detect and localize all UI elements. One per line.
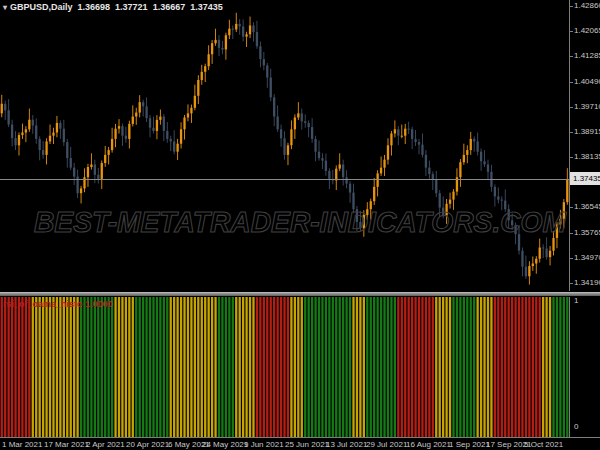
indicator-bar [380, 297, 382, 437]
candle-body [228, 29, 230, 36]
candle-body [235, 24, 237, 30]
indicator-bar [14, 297, 16, 437]
candle-body [70, 158, 72, 168]
price-axis-tick [570, 6, 573, 7]
main-chart-canvas[interactable] [0, 0, 569, 291]
indicator-bar [101, 297, 103, 437]
indicator-bar [545, 297, 547, 437]
candle-body [563, 202, 565, 219]
indicator-bar [49, 297, 51, 437]
candle-body [414, 139, 416, 142]
indicator-bar [42, 297, 44, 437]
indicator-bar [508, 297, 510, 437]
price-axis-label: 1.38135 [574, 152, 600, 162]
indicator-bar [408, 297, 410, 437]
indicator-bar [270, 297, 272, 437]
time-axis-label: 2 Apr 2021 [86, 440, 125, 449]
indicator-bar [214, 297, 216, 437]
candle-wick [153, 117, 154, 134]
candle-wick [415, 130, 416, 146]
pane-resize-separator[interactable] [0, 291, 600, 297]
time-axis-label: 9 Jun 2021 [244, 440, 284, 449]
indicator-bar [532, 297, 534, 437]
candle-body [4, 104, 6, 111]
candle-body [208, 54, 210, 66]
indicator-bar [397, 297, 399, 437]
indicator-bar [180, 297, 182, 437]
indicator-bar [494, 297, 496, 437]
indicator-bar [94, 297, 96, 437]
candle-body [556, 225, 558, 238]
candle-body [263, 59, 265, 65]
candle-body [111, 139, 113, 150]
time-axis[interactable]: 1 Mar 202117 Mar 20212 Apr 202120 Apr 20… [0, 437, 600, 450]
price-axis-tick [570, 82, 573, 83]
indicator-bar [525, 297, 527, 437]
time-axis-label: 17 Mar 2021 [44, 440, 89, 449]
indicator-bar [511, 297, 513, 437]
candle-body [466, 150, 468, 155]
indicator-scale-max: 1 [574, 296, 578, 306]
candle-body [49, 136, 51, 142]
indicator-bar [411, 297, 413, 437]
candle-body [245, 34, 247, 36]
candle-body [459, 162, 461, 177]
indicator-bar [249, 297, 251, 437]
price-axis-tick [570, 31, 573, 32]
candle-body [390, 133, 392, 145]
price-axis[interactable]: 1.428601.420651.412851.404901.397101.389… [570, 0, 600, 291]
candle-body [87, 167, 89, 177]
candle-body [545, 248, 547, 257]
candle-body [32, 120, 34, 126]
time-axis-label: 5 Oct 2021 [524, 440, 563, 449]
indicator-bar [59, 297, 61, 437]
indicator-bar [518, 297, 520, 437]
indicator-bar [218, 297, 220, 437]
candle-body [163, 117, 165, 131]
candle-body [25, 129, 27, 132]
indicator-canvas[interactable] [0, 297, 569, 437]
candle-body [304, 121, 306, 123]
candle-body [280, 129, 282, 138]
candle-body [328, 171, 330, 179]
indicator-bar [387, 297, 389, 437]
candle-body [94, 164, 96, 174]
indicator-bar [459, 297, 461, 437]
ohlc-high: 1.37721 [115, 2, 148, 12]
candle-body [11, 125, 13, 139]
indicator-bar [4, 297, 6, 437]
candle-body [166, 131, 168, 139]
indicator-bar [263, 297, 265, 437]
indicator-scale-min: 0 [574, 422, 578, 432]
price-axis-tick [570, 258, 573, 259]
mt4-chart-window: ▾GBPUSD,Daily1.366981.377211.366671.3743… [0, 0, 600, 450]
indicator-bar [345, 297, 347, 437]
candle-body [480, 152, 482, 162]
candle-body [8, 110, 10, 124]
candle-body [73, 168, 75, 177]
candle-wick [498, 187, 499, 203]
candle-body [421, 145, 423, 155]
candle-body [152, 128, 154, 131]
indicator-bar [111, 297, 113, 437]
candle-body [542, 248, 544, 249]
indicator-bar [76, 297, 78, 437]
candle-body [483, 161, 485, 164]
symbol-dropdown-icon[interactable]: ▾ [3, 3, 7, 12]
indicator-bar [201, 297, 203, 437]
candle-body [297, 113, 299, 117]
candle-body [370, 201, 372, 209]
indicator-bar [108, 297, 110, 437]
indicator-bar [225, 297, 227, 437]
price-axis-label: 1.42065 [574, 26, 600, 36]
indicator-bar [204, 297, 206, 437]
candle-body [387, 145, 389, 159]
candle-body [325, 161, 327, 171]
candle-body [349, 184, 351, 193]
indicator-bar [39, 297, 41, 437]
price-axis-tick [570, 233, 573, 234]
indicator-bar [339, 297, 341, 437]
candle-wick [394, 120, 395, 137]
candle-body [549, 251, 551, 257]
indicator-bar [442, 297, 444, 437]
